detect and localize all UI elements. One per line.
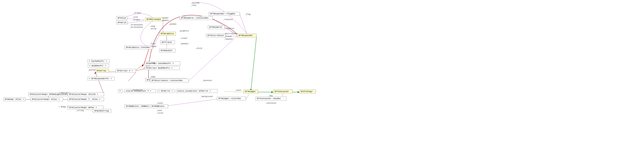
label-graphics: _graphics bbox=[179, 30, 189, 32]
label-sdip: _sdip bbox=[150, 25, 155, 27]
label-UInt32: < UInt32 > bbox=[58, 92, 70, 94]
node-label-SFYResponderPtr: < SFYResponderPtr > bbox=[89, 78, 112, 80]
label-hint: _hint bbox=[156, 110, 162, 112]
node-label-SFXClusterHeap-WChar: SFXClusterHeap< WChar > bbox=[69, 106, 97, 109]
label-renderer: _renderer bbox=[224, 28, 234, 30]
label-utransalate: _utransalate bbox=[130, 26, 143, 28]
node-SFXArray-V: SFXArray< V > bbox=[116, 69, 136, 72]
label-origin-2: _origin bbox=[132, 19, 140, 21]
label-color-2: _color bbox=[156, 102, 163, 104]
label-render: render bbox=[162, 17, 169, 19]
label-dcontext: _dcontext bbox=[202, 80, 212, 82]
node-label-T: T bbox=[120, 90, 121, 92]
node-label-SFYDistributer-ContextRec: SFYDistributer::ContextRec bbox=[152, 80, 183, 82]
node-label-SFWideString: SFWideString bbox=[94, 110, 109, 112]
node-label-SFAClusterHeap-Alloc: SFAClusterHeap< Alloc > bbox=[32, 98, 60, 100]
node-label-SFYContainer-KeyRec: SFYContainer::KeyRec bbox=[257, 97, 281, 100]
node-label-SFCError: < SFCError > bbox=[158, 90, 173, 92]
node-SFXTracer: SFXTracer bbox=[160, 40, 175, 44]
svg-marker-31 bbox=[298, 91, 300, 93]
node-SFYWidget-ColorRec: SFYWidget::ColorRec bbox=[217, 97, 246, 100]
node-SFWideString: SFWideString bbox=[93, 109, 111, 113]
node-SFAClusterHeap-Alloc: SFAClusterHeap< Alloc > bbox=[30, 97, 63, 101]
svg-line-25 bbox=[188, 36, 237, 81]
node-SFZTelPag: SFZTelPag+ bbox=[300, 90, 316, 93]
node-SFAHeap-Alloc: SFAHeap< Alloc > bbox=[3, 97, 25, 101]
label-real: _real bbox=[191, 5, 196, 7]
label-stransalate: _stransalate bbox=[130, 24, 143, 26]
node-CacheRecPtr: < CacheRecPtr > bbox=[88, 59, 110, 63]
node-label-SFXHandler: SFXHandler bbox=[160, 49, 173, 52]
node-SFYResponderPtr: < SFYResponderPtr > bbox=[88, 77, 115, 81]
node-SFXRectangle: SFXRectangle bbox=[145, 18, 164, 21]
node-SFXGraphics-FontRec: SFXGraphics::FontRec bbox=[124, 46, 153, 49]
node-SFXArray-NodeRecPtr: SFXArray< NodeRecPtr > bbox=[145, 66, 180, 70]
node-SFYWidget: SFYWidget bbox=[244, 90, 258, 93]
label-color-1: _color bbox=[235, 89, 242, 91]
svg-line-32 bbox=[246, 94, 249, 99]
label-node-1: _node bbox=[150, 62, 155, 64]
node-SFCError: < SFCError > bbox=[157, 89, 174, 93]
node-label-SFYRenderer-ContextRec: SFYRenderer::ContextRec bbox=[181, 17, 208, 19]
label-uclip: _uclip bbox=[150, 28, 156, 30]
node-label-SFYResponder-FlagRec: SFYResponder::FlagRec bbox=[210, 13, 236, 15]
node-label-SFXArray-V: SFXArray< V > bbox=[117, 70, 133, 72]
label-exception: _exception bbox=[132, 89, 142, 91]
node-SFYRenderer-ContextRec: SFYRenderer::ContextRec bbox=[180, 16, 213, 20]
label-size: _size bbox=[132, 16, 138, 18]
node-SFYRenderer: SFYRenderer bbox=[208, 25, 225, 29]
node-label-SFXSize: SFXSize bbox=[118, 17, 126, 19]
node-static-exception-SFCError: static_exception< SFCError > bbox=[176, 89, 218, 93]
node-label-SFYContainer: SFYContainer bbox=[274, 91, 289, 93]
node-SFXGrid: SFXGrid bbox=[116, 21, 127, 24]
label-font: _font bbox=[150, 43, 155, 45]
node-label-SFYWidget-ColorRec: SFYWidget::ColorRec bbox=[218, 97, 241, 100]
node-NodeRecPtr: < NodeRecPtr > bbox=[88, 64, 109, 68]
label-tracer-1: _tracer bbox=[180, 37, 188, 39]
svg-line-36 bbox=[224, 92, 244, 92]
node-label-SFAHeap-Alloc: SFAHeap< Alloc > bbox=[4, 98, 24, 100]
node-label-SFYResponder: SFYResponder bbox=[238, 34, 253, 37]
label-node-2: _node bbox=[150, 76, 155, 78]
node-label-CacheRecPtr: < CacheRecPtr > bbox=[89, 60, 107, 62]
node-SFXClusterHeap-WChar: SFXClusterHeap< WChar > bbox=[68, 106, 104, 109]
label-cache: _cache bbox=[150, 46, 156, 48]
diagram-arrows bbox=[0, 0, 644, 150]
node-SFYContainer: SFYContainer bbox=[273, 90, 292, 93]
label-origin-1: _origin bbox=[133, 12, 141, 14]
node-SFYResponder: SFYResponder bbox=[237, 34, 256, 37]
label-update: update bbox=[162, 20, 169, 22]
node-label-SFXGraphics: SFXGraphics bbox=[160, 33, 174, 35]
node-label-SFXGrid: SFXGrid bbox=[118, 22, 126, 24]
node-T: T bbox=[118, 89, 123, 93]
label-child: _child bbox=[196, 47, 202, 49]
node-label-SFXArray-NodeRecPtr: SFXArray< NodeRecPtr > bbox=[146, 67, 172, 69]
label-string: _string bbox=[76, 110, 84, 112]
node-SFYDistributer: SFYDistributer bbox=[206, 34, 226, 37]
svg-line-14 bbox=[127, 21, 145, 23]
node-SFXGraphics: SFXGraphics bbox=[159, 32, 176, 35]
label-WChar: < WChar > bbox=[58, 106, 68, 108]
node-label-SFYRenderer: SFYRenderer bbox=[209, 26, 222, 28]
svg-marker-29 bbox=[271, 91, 273, 93]
node-label-SFYWidget: SFYWidget bbox=[245, 91, 256, 93]
svg-line-38 bbox=[168, 99, 217, 106]
node-SFXClusterHeap-UInt32: SFXClusterHeap< UInt32 > bbox=[68, 93, 104, 96]
label-tracer-2: _tracer bbox=[224, 35, 232, 38]
label-title: _title bbox=[156, 112, 163, 114]
node-label-SFXTracer: SFXTracer bbox=[162, 41, 172, 43]
svg-line-26 bbox=[251, 36, 256, 91]
node-SFXHandler: SFXHandler bbox=[159, 49, 176, 52]
node-label-SFZTelPag: SFZTelPag+ bbox=[301, 91, 313, 93]
node-SFYDistributer-ContextRec: SFYDistributer::ContextRec bbox=[150, 79, 188, 82]
svg-line-12 bbox=[128, 72, 136, 81]
node-label-SFYDistributer: SFYDistributer bbox=[207, 34, 224, 37]
label-distributer: _distributer bbox=[224, 33, 237, 35]
node-SFXSize: SFXSize bbox=[116, 16, 127, 20]
node-label-static-exception-SFCError: static_exception< SFCError > bbox=[177, 90, 211, 92]
node-label-NodeRecPtr: < NodeRecPtr > bbox=[89, 65, 106, 67]
svg-marker-10 bbox=[142, 64, 144, 67]
svg-line-9 bbox=[136, 64, 144, 70]
class-diagram: SFAHeap< Alloc > SFAClusterHeap< Alloc >… bbox=[0, 0, 644, 150]
label-textColor: _textColor bbox=[266, 102, 276, 104]
